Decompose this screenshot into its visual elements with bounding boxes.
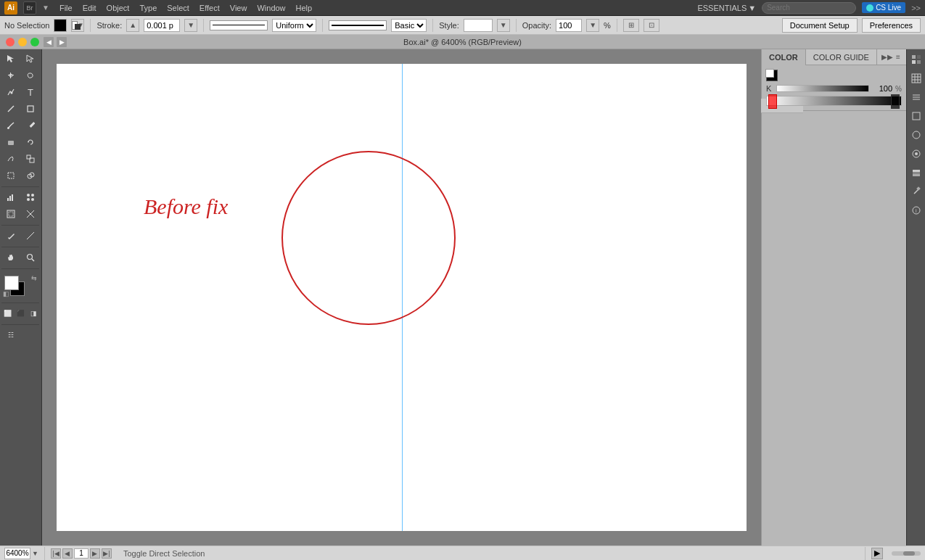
menu-edit[interactable]: Edit: [83, 4, 96, 12]
swap-colors-btn[interactable]: ⇆: [31, 274, 37, 281]
fit-icon[interactable]: ⊡: [644, 19, 659, 32]
k-slider[interactable]: [776, 85, 869, 92]
swatches-icon[interactable]: [909, 52, 924, 67]
minimize-button[interactable]: [18, 38, 27, 46]
stroke-input[interactable]: [144, 19, 180, 32]
before-fix-label: Before fix: [144, 194, 228, 219]
direct-selection-tool[interactable]: [21, 51, 40, 67]
opacity-input[interactable]: [556, 19, 582, 32]
menu-extend[interactable]: >>: [911, 4, 921, 12]
circle-icon[interactable]: [909, 128, 924, 142]
graph-tool[interactable]: [1, 189, 20, 205]
scale-tool[interactable]: [21, 151, 40, 167]
menu-view[interactable]: View: [230, 4, 247, 12]
fill-options[interactable]: ▼: [71, 19, 84, 32]
foreground-color-swatch[interactable]: [4, 276, 19, 290]
style-preview[interactable]: [464, 19, 493, 32]
preferences-btn[interactable]: Preferences: [862, 18, 921, 33]
color-guide-tab[interactable]: COLOR GUIDE: [806, 49, 877, 65]
tool-separator-6: [1, 324, 39, 325]
pencil-tool[interactable]: [21, 118, 40, 133]
eraser-tool[interactable]: [1, 134, 20, 150]
menu-window[interactable]: Window: [257, 4, 285, 12]
prev-page-btn[interactable]: ◀: [62, 548, 73, 559]
fill-swatch[interactable]: [54, 19, 67, 32]
view-mode-btn[interactable]: ☷: [1, 327, 20, 343]
circle-shape[interactable]: [281, 151, 456, 325]
panel-forward-btn[interactable]: ▶▶: [881, 52, 892, 62]
color-tab[interactable]: COLOR: [762, 49, 806, 65]
line-tool[interactable]: [1, 101, 20, 117]
color-gradient-bar[interactable]: [766, 96, 902, 106]
tool-row-7: [1, 151, 40, 167]
transform-icon[interactable]: ⊞: [623, 19, 639, 32]
back-button[interactable]: ◀: [44, 37, 54, 47]
rect-tool[interactable]: [21, 101, 40, 117]
layers-icon[interactable]: [909, 165, 924, 180]
shape-builder-tool[interactable]: [21, 168, 40, 184]
hand-tool[interactable]: [1, 250, 20, 265]
opacity-dropdown[interactable]: ▼: [586, 19, 599, 32]
menu-help[interactable]: Help: [296, 4, 313, 12]
next-page-btn[interactable]: ▶: [90, 548, 100, 559]
default-colors-btn[interactable]: ◧: [3, 290, 9, 297]
stroke-basic-select[interactable]: Basic: [391, 19, 427, 32]
zoom-down-arrow[interactable]: ▼: [32, 550, 38, 557]
link-icon[interactable]: [909, 184, 924, 199]
box-icon[interactable]: [909, 109, 924, 123]
eyedropper-tool[interactable]: [1, 228, 20, 244]
last-page-btn[interactable]: ▶|: [102, 548, 112, 559]
style-dropdown[interactable]: ▼: [497, 19, 510, 32]
forward-button[interactable]: ▶: [57, 37, 67, 47]
zoom-tool[interactable]: [21, 250, 40, 265]
draw-inside-btn[interactable]: ◨: [28, 305, 40, 321]
slice-tool[interactable]: [21, 206, 40, 222]
lines-icon[interactable]: [909, 90, 924, 104]
document-setup-btn[interactable]: Document Setup: [782, 18, 858, 33]
measure-tool[interactable]: [21, 228, 40, 244]
scroll-bar[interactable]: [892, 551, 921, 556]
gradient-red-indicator: [768, 94, 777, 109]
artboard-tool[interactable]: [1, 206, 20, 222]
document-canvas[interactable]: Before fix: [57, 64, 747, 531]
rotate-tool[interactable]: [21, 134, 40, 150]
fill-color-box[interactable]: [766, 70, 778, 81]
menu-arrow[interactable]: ▼: [42, 4, 49, 12]
panel-menu-btn[interactable]: ≡: [893, 52, 903, 62]
arrow-right-btn[interactable]: ▶: [871, 548, 883, 559]
cs-live-button[interactable]: CS Live: [862, 2, 905, 13]
menu-file[interactable]: File: [59, 4, 73, 12]
free-transform-tool[interactable]: [1, 168, 20, 184]
k-label: K: [766, 84, 773, 93]
essentials-button[interactable]: ESSENTIALS ▼: [697, 4, 756, 12]
selection-tool[interactable]: [1, 51, 20, 67]
bridge-logo[interactable]: Br: [23, 1, 36, 15]
page-input[interactable]: [74, 548, 89, 559]
data-tool[interactable]: [21, 189, 40, 205]
warp-tool[interactable]: [1, 151, 20, 167]
maximize-button[interactable]: [30, 38, 39, 46]
table-icon[interactable]: [909, 71, 924, 86]
draw-normal-btn[interactable]: ⬜: [1, 305, 14, 321]
lasso-tool[interactable]: [21, 67, 40, 83]
zoom-input[interactable]: 6400%: [4, 548, 30, 559]
target-icon[interactable]: [909, 147, 924, 161]
close-button[interactable]: [6, 38, 15, 46]
draw-behind-btn[interactable]: ⬛: [15, 305, 27, 321]
paintbrush-tool[interactable]: [1, 118, 20, 133]
stroke-down[interactable]: ▼: [184, 19, 197, 32]
pen-tool[interactable]: [1, 84, 20, 100]
stroke-up[interactable]: ▲: [126, 19, 139, 32]
menu-type[interactable]: Type: [139, 4, 157, 12]
magic-wand-tool[interactable]: [1, 67, 20, 83]
menu-effect[interactable]: Effect: [200, 4, 220, 12]
info-icon[interactable]: i: [909, 203, 924, 218]
stroke-uniform-select[interactable]: Uniform: [272, 19, 316, 32]
search-input[interactable]: [762, 2, 856, 14]
svg-marker-9: [28, 141, 29, 143]
svg-line-4: [8, 106, 14, 112]
menu-select[interactable]: Select: [167, 4, 189, 12]
menu-object[interactable]: Object: [107, 4, 130, 12]
type-tool[interactable]: T: [21, 84, 40, 100]
first-page-btn[interactable]: |◀: [51, 548, 61, 559]
